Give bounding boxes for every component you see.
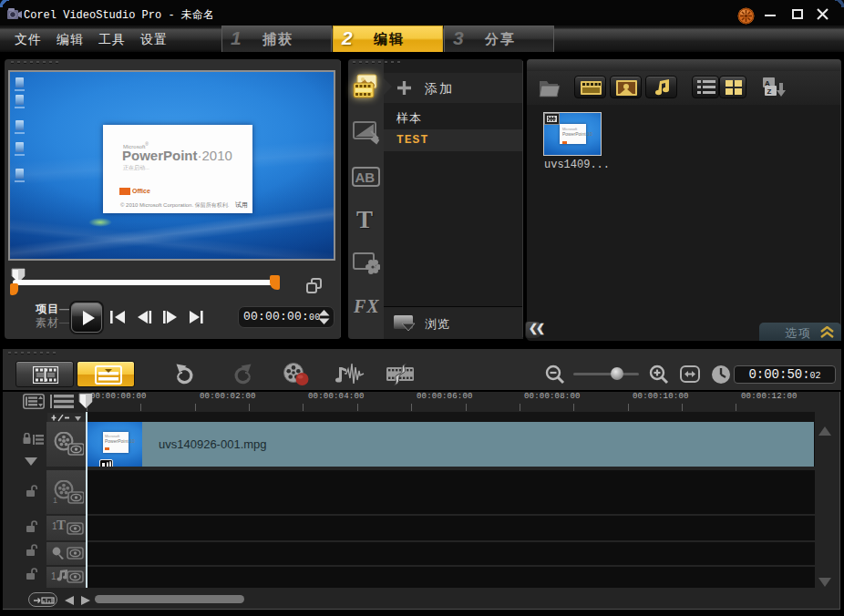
svg-text:1: 1	[53, 496, 57, 504]
svg-text:AB: AB	[355, 169, 376, 185]
svg-text:Z: Z	[767, 87, 772, 96]
